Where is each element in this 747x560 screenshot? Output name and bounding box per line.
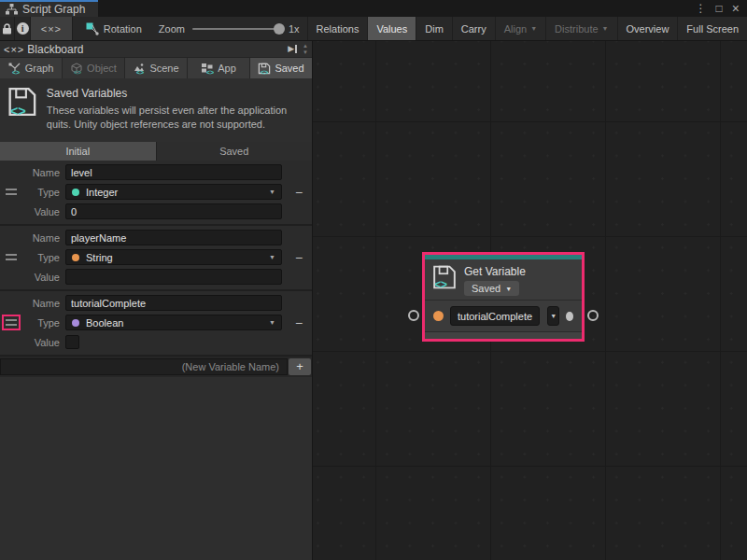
type-color-dot [72, 319, 79, 327]
variable-name-input[interactable] [65, 164, 282, 180]
type-label: Type [22, 317, 60, 329]
carry-button[interactable]: Carry [453, 17, 496, 40]
node-left-connection-port[interactable] [408, 310, 419, 321]
window-menu-icon[interactable]: ⋮ [696, 3, 707, 14]
caret-down-icon: ▼ [530, 25, 537, 32]
variable-name-value: tutorialComplete [458, 311, 532, 322]
initial-saved-tabs: Initial Saved [0, 142, 312, 161]
name-label: Name [22, 232, 60, 244]
tab-initial[interactable]: Initial [0, 142, 156, 161]
blackboard-header: <×> Blackboard ▶ ▲ ▼ [0, 41, 312, 58]
fullscreen-label: Full Screen [686, 23, 739, 35]
align-label: Align [504, 23, 527, 35]
object-tab-icon: <> [70, 63, 83, 75]
value-label: Value [22, 337, 60, 348]
title-bar: Script Graph ⋮ □ × [0, 0, 747, 17]
rotation-control[interactable]: Rotation [73, 17, 151, 40]
variable-row-playername: Name Type String ▼ Value − [0, 226, 312, 291]
svg-text:<>: <> [206, 69, 214, 75]
type-value: Integer [86, 187, 118, 198]
node-footer [425, 332, 582, 339]
variable-list: Name Type Integer ▼ Value − [0, 161, 312, 377]
spin-down-icon[interactable]: ▼ [303, 49, 308, 55]
dim-button[interactable]: Dim [416, 17, 453, 40]
variable-name-input[interactable] [65, 295, 282, 311]
zoom-slider[interactable] [192, 28, 281, 30]
variable-name-dropdown[interactable]: tutorialComplete [450, 306, 540, 326]
dock-panel-icon[interactable]: ▶ [288, 45, 297, 53]
variable-name-input[interactable] [65, 230, 282, 245]
info-description: These variables will persist even after … [47, 104, 304, 133]
tab-app[interactable]: <> App [188, 58, 249, 78]
type-value: String [86, 252, 113, 263]
node-right-connection-port[interactable] [587, 310, 599, 321]
caret-down-icon: ▼ [269, 189, 275, 195]
add-variable-button[interactable]: + [289, 358, 311, 375]
overview-button[interactable]: Overview [618, 17, 679, 40]
overview-label: Overview [627, 23, 669, 35]
distribute-label: Distribute [555, 23, 598, 35]
minus-icon: − [295, 250, 303, 265]
drag-handle[interactable] [4, 251, 19, 263]
carry-label: Carry [461, 23, 486, 35]
tab-saved-values-label: Saved [219, 146, 248, 157]
fullscreen-button[interactable]: Full Screen [678, 17, 747, 40]
window-close-icon[interactable]: × [732, 2, 740, 15]
lock-button[interactable] [0, 17, 15, 40]
lock-icon [2, 23, 12, 35]
spin-up-icon[interactable]: ▲ [303, 43, 308, 49]
saved-variables-info: <> Saved Variables These variables will … [0, 78, 312, 140]
variable-value-input[interactable] [65, 203, 282, 219]
tab-scene[interactable]: <> Scene [125, 58, 187, 78]
toolbar-buttons: Relations Values Dim Carry Align ▼ Distr… [307, 17, 747, 40]
caret-down-icon: ▼ [602, 25, 609, 32]
tab-object[interactable]: <> Object [63, 58, 124, 78]
align-dropdown[interactable]: Align ▼ [496, 17, 546, 40]
new-variable-input[interactable] [0, 358, 288, 375]
tab-scene-label: Scene [149, 63, 178, 74]
input-port[interactable] [433, 311, 444, 321]
variable-type-dropdown[interactable]: Boolean ▼ [65, 315, 282, 330]
zoom-slider-handle[interactable] [274, 23, 285, 35]
minus-icon: − [295, 315, 303, 330]
tab-graph[interactable]: <> Graph [0, 58, 62, 78]
caret-down-icon: ▼ [269, 254, 275, 260]
distribute-dropdown[interactable]: Distribute ▼ [546, 17, 617, 40]
remove-variable-button[interactable]: − [286, 185, 312, 200]
value-label: Value [22, 272, 60, 283]
variable-kind-dropdown[interactable]: Saved ▼ [464, 281, 519, 296]
variables-toggle-button[interactable]: <×> [31, 17, 73, 40]
dim-label: Dim [425, 23, 444, 35]
info-button[interactable]: i [15, 17, 30, 40]
plus-icon: + [296, 359, 303, 373]
remove-variable-button[interactable]: − [286, 315, 312, 330]
variable-type-dropdown[interactable]: Integer ▼ [65, 184, 282, 200]
info-title: Saved Variables [47, 86, 304, 102]
variable-type-dropdown[interactable]: String ▼ [65, 249, 282, 265]
get-variable-node[interactable]: <> Get Variable Saved ▼ tutorialComplete… [422, 252, 585, 342]
relations-button[interactable]: Relations [308, 17, 369, 40]
window-maximize-icon[interactable]: □ [716, 3, 723, 14]
graph-tab-icon: <> [8, 63, 21, 75]
name-label: Name [22, 298, 60, 309]
drag-handle[interactable] [4, 186, 19, 198]
tab-object-label: Object [87, 63, 117, 74]
svg-text:<>: <> [261, 67, 269, 74]
remove-variable-button[interactable]: − [286, 250, 312, 265]
output-port[interactable] [566, 312, 573, 321]
variable-value-checkbox[interactable] [65, 335, 79, 349]
rotation-icon [86, 22, 99, 35]
values-button[interactable]: Values [368, 17, 416, 40]
scroll-spinner[interactable]: ▲ ▼ [303, 43, 308, 55]
tab-saved-values[interactable]: Saved [157, 142, 313, 161]
caret-down-icon: ▼ [505, 286, 512, 292]
tab-script-graph[interactable]: Script Graph [0, 0, 98, 17]
tab-saved[interactable]: <> Saved [250, 58, 312, 78]
variable-name-dropdown-arrow[interactable]: ▼ [547, 306, 559, 326]
drag-handle-highlighted[interactable] [4, 316, 19, 329]
graph-canvas[interactable]: <> Get Variable Saved ▼ tutorialComplete… [313, 41, 747, 560]
variable-value-input[interactable] [65, 269, 282, 285]
values-label: Values [376, 23, 407, 35]
type-label: Type [22, 187, 60, 198]
svg-text:<>: <> [136, 69, 144, 75]
